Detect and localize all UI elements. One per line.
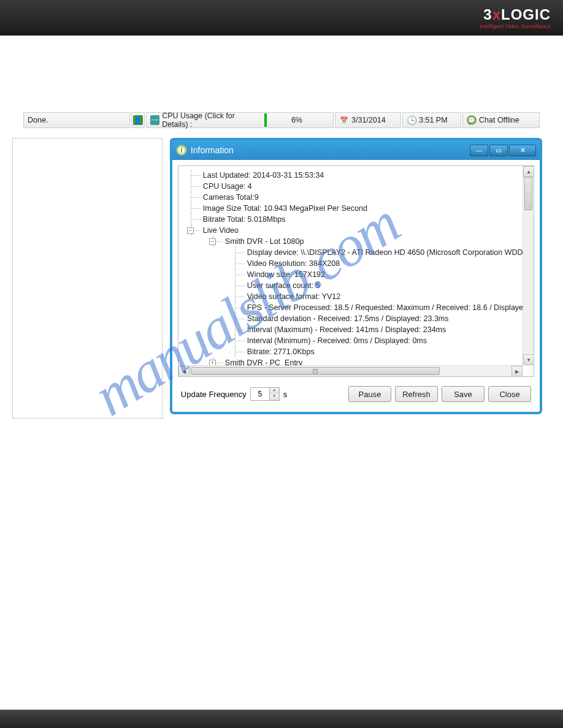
refresh-button[interactable]: Refresh: [395, 386, 438, 402]
collapse-icon[interactable]: −: [209, 238, 216, 245]
tree-node[interactable]: Image Size Total: 10.943 MegaPixel Per S…: [181, 203, 520, 214]
cpu-label: CPU Usage (Click for Details) :: [162, 112, 262, 129]
brand-post: LOGIC: [501, 6, 551, 23]
scroll-left-button[interactable]: ◀: [178, 366, 190, 377]
left-panel: [12, 138, 163, 419]
window-title: Information: [191, 145, 234, 155]
right-panel: i Information — ▭ ✕ Last Updated: 2014-0…: [170, 138, 542, 419]
tree-node[interactable]: Interval (Maximum) - Received: 141ms / D…: [181, 324, 520, 335]
horizontal-scrollbar[interactable]: ◀ ▶: [178, 365, 523, 376]
calendar-icon: 📅: [339, 115, 349, 125]
page-header: 3xLOGIC Intelligent Video Surveillance: [0, 0, 563, 36]
info-icon: i: [176, 145, 187, 156]
scroll-thumb-v[interactable]: [524, 177, 532, 210]
tree-container: Last Updated: 2014-03-31 15:53:34 CPU Us…: [178, 165, 534, 377]
tree-node[interactable]: Cameras Total:9: [181, 192, 520, 203]
window-bottom-bar: Update Frequency ▲ ▼ s Pause Refresh Sav…: [172, 382, 540, 412]
cpu-progress: 6%: [264, 115, 329, 126]
chat-text: Chat Offline: [479, 116, 519, 124]
status-time[interactable]: 🕒 3:51 PM: [402, 112, 461, 128]
brand-logo: 3xLOGIC Intelligent Video Surveillance: [480, 6, 551, 29]
pulse-icon: 〰: [150, 115, 159, 125]
clock-icon: 🕒: [407, 115, 416, 125]
tree-node[interactable]: Bitrate Total: 5.018Mbps: [181, 214, 520, 225]
date-text: 3/31/2014: [351, 116, 386, 124]
brand-x: x: [492, 6, 501, 23]
status-date[interactable]: 📅 3/31/2014: [335, 112, 401, 128]
update-frequency-input[interactable]: [251, 388, 269, 400]
cpu-progress-fill: [264, 113, 267, 127]
spinner-up-button[interactable]: ▲: [269, 388, 279, 394]
scroll-thumb-h[interactable]: [191, 367, 440, 375]
tree-node-smith-pc[interactable]: +Smith DVR - PC_Entry: [181, 357, 520, 365]
status-cpu[interactable]: 〰 CPU Usage (Click for Details) : 6%: [146, 112, 334, 128]
status-chat[interactable]: 💬 Chat Offline: [462, 112, 540, 128]
window-titlebar[interactable]: i Information — ▭ ✕: [172, 140, 540, 160]
collapse-icon[interactable]: −: [187, 227, 194, 234]
update-frequency-spinner[interactable]: ▲ ▼: [250, 387, 280, 401]
status-done-text: Done.: [28, 116, 48, 124]
tree-node[interactable]: Interval (Minimum) - Received: 0ms / Dis…: [181, 335, 520, 346]
update-frequency-unit: s: [283, 390, 288, 399]
user-icon: 👤: [133, 115, 143, 125]
scroll-right-button[interactable]: ▶: [511, 366, 523, 377]
minimize-button[interactable]: —: [470, 145, 488, 156]
close-button[interactable]: ✕: [509, 145, 536, 156]
page-footer: [0, 710, 563, 728]
save-button[interactable]: Save: [442, 386, 484, 402]
tree-node[interactable]: User surface count: 5: [181, 280, 520, 291]
tree-node[interactable]: CPU Usage: 4: [181, 181, 520, 192]
brand-tagline: Intelligent Video Surveillance: [480, 23, 551, 29]
tree-node-live-video[interactable]: −Live Video: [181, 225, 520, 236]
cpu-value: 6%: [291, 116, 302, 124]
content-area: i Information — ▭ ✕ Last Updated: 2014-0…: [12, 138, 542, 419]
status-bar: Done. 👤 〰 CPU Usage (Click for Details) …: [23, 112, 542, 128]
scroll-down-button[interactable]: ▼: [523, 354, 534, 365]
tree-node-smith-lot[interactable]: −Smith DVR - Lot 1080p: [181, 236, 520, 247]
update-frequency-label: Update Frequency: [181, 390, 247, 399]
status-users[interactable]: 👤: [131, 112, 145, 128]
chat-icon: 💬: [467, 115, 477, 125]
tree-node[interactable]: Window size: 157X192: [181, 269, 520, 280]
tree-node[interactable]: Video surface format: YV12: [181, 291, 520, 302]
spinner-down-button[interactable]: ▼: [269, 394, 279, 400]
time-text: 3:51 PM: [419, 116, 448, 124]
tree-scroll[interactable]: Last Updated: 2014-03-31 15:53:34 CPU Us…: [178, 166, 523, 365]
pause-button[interactable]: Pause: [348, 386, 391, 402]
window-controls: — ▭ ✕: [470, 145, 536, 156]
vertical-scrollbar[interactable]: ▲ ▼: [523, 166, 534, 365]
tree-node[interactable]: Video Resolution: 384X208: [181, 258, 520, 269]
status-done: Done.: [23, 112, 130, 128]
close-dialog-button[interactable]: Close: [488, 386, 531, 402]
brand-pre: 3: [483, 6, 492, 23]
scroll-up-button[interactable]: ▲: [523, 166, 534, 177]
expand-icon[interactable]: +: [209, 360, 216, 365]
tree-node[interactable]: Bitrate: 2771.0Kbps: [181, 346, 520, 357]
tree-node[interactable]: Last Updated: 2014-03-31 15:53:34: [181, 170, 520, 181]
scroll-grip-icon: [313, 369, 318, 374]
tree-node[interactable]: Display device: \\.\DISPLAY2 - ATI Radeo…: [181, 247, 520, 258]
maximize-button[interactable]: ▭: [489, 145, 508, 156]
tree-node[interactable]: FPS - Server Processed: 18.5 / Requested…: [181, 302, 520, 313]
information-window: i Information — ▭ ✕ Last Updated: 2014-0…: [170, 138, 542, 414]
info-tree: Last Updated: 2014-03-31 15:53:34 CPU Us…: [181, 170, 520, 365]
tree-node[interactable]: Standard deviation - Received: 17.5ms / …: [181, 313, 520, 324]
